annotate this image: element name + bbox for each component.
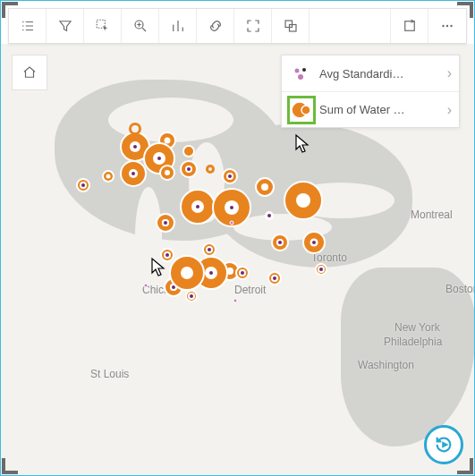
data-bubble[interactable]: [159, 165, 175, 181]
data-bubble[interactable]: [102, 170, 115, 183]
data-dot: [144, 284, 148, 288]
data-dot: [226, 173, 233, 180]
data-ring: [206, 165, 215, 174]
data-bubble[interactable]: [156, 213, 175, 233]
data-bubble[interactable]: [222, 168, 238, 184]
city-label: Montreal: [411, 208, 453, 221]
data-bubble[interactable]: [182, 145, 195, 157]
extent-button[interactable]: [234, 9, 272, 43]
home-button[interactable]: [12, 55, 47, 90]
svg-rect-2: [285, 21, 293, 28]
data-dot: [310, 239, 318, 246]
city-label: St Louis: [90, 368, 129, 380]
data-bubble[interactable]: [202, 242, 216, 257]
data-dot: [230, 221, 234, 225]
legend-label: Sum of Water …: [319, 103, 442, 116]
data-bubble[interactable]: [267, 271, 282, 285]
data-dot: [185, 166, 192, 173]
list-icon: [20, 18, 36, 34]
svg-rect-4: [404, 21, 414, 31]
legend-panel: Avg Standardi… › Sum of Water … ›: [281, 55, 460, 128]
data-dot: [271, 275, 278, 282]
flip-icon: [402, 18, 418, 34]
marquee-cursor-icon: [95, 18, 111, 34]
more-icon: [439, 18, 455, 34]
data-dot: [194, 203, 201, 210]
data-dot: [156, 155, 163, 162]
svg-point-12: [301, 106, 310, 115]
home-icon: [21, 64, 38, 81]
zoom-in-icon: [132, 18, 148, 34]
svg-point-6: [446, 25, 448, 27]
data-bubble[interactable]: [76, 178, 90, 192]
data-ring: [129, 123, 141, 135]
data-bubble[interactable]: [235, 266, 250, 280]
dots-swatch-icon: [289, 61, 314, 86]
data-bubble[interactable]: [180, 160, 198, 178]
data-dot: [130, 170, 137, 177]
data-dot: [80, 182, 87, 189]
city-label: Detroit: [234, 284, 266, 296]
data-bubble[interactable]: [120, 160, 147, 187]
legend-item-avg-standardized[interactable]: Avg Standardi… ›: [282, 55, 459, 91]
data-dot: [162, 219, 169, 226]
data-dot: [188, 293, 195, 300]
layers-button[interactable]: [9, 9, 47, 43]
svg-rect-3: [289, 25, 296, 32]
funnel-icon: [57, 18, 73, 34]
data-dot: [318, 266, 325, 273]
svg-point-9: [302, 68, 306, 72]
chart-button[interactable]: [159, 9, 197, 43]
data-bubble[interactable]: [284, 181, 323, 220]
data-bubble[interactable]: [255, 177, 275, 197]
data-dot: [208, 269, 215, 276]
chevron-right-icon: ›: [447, 65, 452, 81]
city-label: New York: [394, 321, 440, 334]
data-dot: [164, 251, 171, 259]
action-button[interactable]: [424, 425, 463, 464]
select-button[interactable]: [84, 9, 122, 43]
more-button[interactable]: [428, 9, 466, 43]
city-label: Philadelphia: [384, 336, 442, 348]
data-bubble[interactable]: [160, 248, 174, 262]
svg-point-7: [450, 25, 452, 27]
data-bubble[interactable]: [265, 211, 274, 220]
legend-label: Avg Standardi…: [319, 67, 442, 81]
data-dot: [131, 143, 139, 150]
data-bubble[interactable]: [271, 234, 289, 251]
data-dot: [206, 246, 213, 253]
data-bubble[interactable]: [169, 255, 205, 291]
data-dot: [233, 299, 238, 303]
expand-icon: [245, 18, 261, 34]
flip-button[interactable]: [391, 9, 428, 43]
svg-point-8: [295, 69, 300, 73]
action-arrow-icon: [434, 435, 454, 455]
data-dot: [266, 212, 273, 219]
copy-button[interactable]: [272, 9, 310, 43]
data-dot: [276, 239, 284, 246]
data-dot: [228, 204, 235, 211]
bubbles-swatch-icon: [289, 98, 314, 123]
data-bubble[interactable]: [302, 231, 326, 254]
city-label: Washington: [358, 359, 414, 371]
data-bubble[interactable]: [315, 263, 327, 276]
data-dot: [239, 269, 246, 276]
toolbar-spacer: [310, 9, 391, 43]
chevron-right-icon: ›: [447, 102, 452, 118]
data-bubble[interactable]: [185, 290, 198, 302]
svg-point-5: [442, 25, 444, 27]
overlap-icon: [283, 18, 299, 34]
link-icon: [208, 18, 224, 34]
legend-item-sum-water[interactable]: Sum of Water … ›: [282, 91, 459, 127]
svg-point-10: [298, 74, 303, 80]
bars-icon: [170, 18, 186, 34]
map-card: Montreal Toronto Detroit Chicago Boston …: [0, 0, 475, 476]
zoom-button[interactable]: [122, 9, 159, 43]
link-button[interactable]: [197, 9, 234, 43]
city-label: Boston: [445, 283, 474, 295]
filter-button[interactable]: [47, 9, 84, 43]
data-bubble[interactable]: [180, 189, 216, 225]
map-toolbar: [8, 8, 467, 44]
